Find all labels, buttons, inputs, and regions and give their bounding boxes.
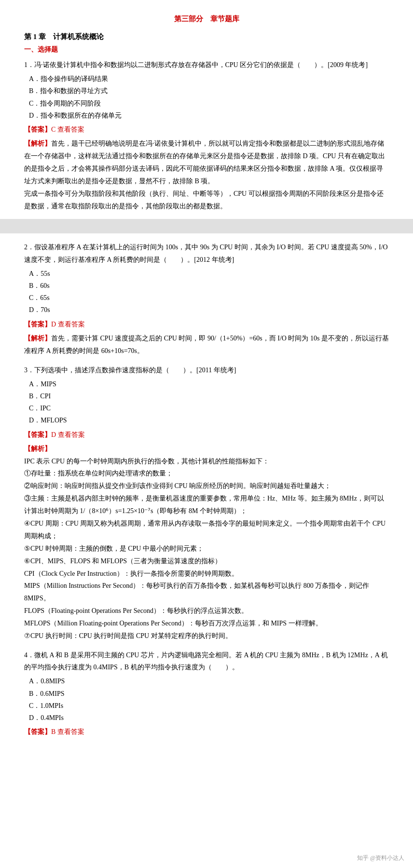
q3-option-d: D．MFLOPS xyxy=(29,414,389,426)
q3-exp-part-9: FLOPS（Floating-point Operations Per Seco… xyxy=(24,605,389,617)
q3-option-c: C．IPC xyxy=(29,402,389,414)
q4-option-d: D．0.4MPIs xyxy=(29,712,389,724)
q3-option-a: A．MIPS xyxy=(29,378,389,390)
q1-text: 1．冯·诺依曼计算机中指令和数据均以二进制形式存放在存储器中，CPU 区分它们的… xyxy=(24,59,389,71)
question-4: 4．微机 A 和 B 是采用不同主频的 CPU 芯片，片内逻辑电路完全相同。若 … xyxy=(24,649,389,738)
part-title: 第三部分 章节题库 xyxy=(174,15,239,23)
q3-exp-part-1: ①存吐量：指系统在单位时间内处理请求的数量； xyxy=(24,467,389,480)
q1-explanation: 【解析】首先，题干已经明确地说明是在冯·诺依曼计算机中，所以就可以肯定指令和数据… xyxy=(24,137,389,212)
q1-option-a: A．指令操作码的译码结果 xyxy=(29,73,389,85)
q4-option-a: A．0.8MIPS xyxy=(29,675,389,687)
question-2: 2．假设基准程序 A 在某计算机上的运行时间为 100s，其中 90s 为 CP… xyxy=(24,241,389,357)
q3-exp-part-0: IPC 表示 CPU 的每一个时钟周期内所执行的指令数，其他计算机的性能指标如下… xyxy=(24,455,389,468)
q2-option-d: D．70s xyxy=(29,304,389,316)
chapter-title: 第 1 章 计算机系统概论 xyxy=(24,32,389,41)
q1-option-d: D．指令和数据所在的存储单元 xyxy=(29,109,389,122)
q3-exp-part-11: ⑦CPU 执行时间：CPU 执行时间是指 CPU 对某特定程序的执行时间。 xyxy=(24,630,389,642)
q3-exp-part-6: ⑥CPI、MIPS、FLOPS 和 MFLOPS（三者为衡量运算速度的指标） xyxy=(24,555,389,568)
q3-explanation: 【解析】 IPC 表示 CPU 的每一个时钟周期内所执行的指令数，其他计算机的性… xyxy=(24,443,389,642)
question-3: 3．下列选项中，描述浮点数操作速度指标的是（ ）。[2011 年统考] A．MI… xyxy=(24,364,389,642)
q2-explanation: 【解析】首先，需要计算 CPU 速度提高之后的 CPU 时间，即 90/（1+5… xyxy=(24,332,389,357)
section-title: 一、选择题 xyxy=(24,45,389,54)
q1-option-c: C．指令周期的不同阶段 xyxy=(29,97,389,109)
section-divider-1 xyxy=(0,219,413,233)
q1-option-b: B．指令和数据的寻址方式 xyxy=(29,85,389,97)
q4-text: 4．微机 A 和 B 是采用不同主频的 CPU 芯片，片内逻辑电路完全相同。若 … xyxy=(24,649,389,673)
question-1: 1．冯·诺依曼计算机中指令和数据均以二进制形式存放在存储器中，CPU 区分它们的… xyxy=(24,59,389,212)
q3-answer[interactable]: 【答案】D 查看答案 xyxy=(24,429,389,441)
q2-text: 2．假设基准程序 A 在某计算机上的运行时间为 100s，其中 90s 为 CP… xyxy=(24,241,389,265)
q3-exp-part-2: ②响应时间：响应时间指从提交作业到该作业得到 CPU 响应所经历的时间。响应时间… xyxy=(24,480,389,492)
q3-exp-part-5: ⑤CPU 时钟周期：主频的倒数，是 CPU 中最小的时间元素； xyxy=(24,542,389,555)
q2-answer[interactable]: 【答案】D 查看答案 xyxy=(24,318,389,330)
page: 第三部分 章节题库 第 1 章 计算机系统概论 一、选择题 1．冯·诺依曼计算机… xyxy=(0,0,413,868)
q2-option-a: A．55s xyxy=(29,268,389,280)
q3-exp-part-8: MIPS（Million Instructions Per Second）：每秒… xyxy=(24,580,389,605)
q3-exp-part-10: MFLOPS（Million Floating-point Operations… xyxy=(24,617,389,630)
q3-option-b: B．CPI xyxy=(29,390,389,402)
q1-answer[interactable]: 【答案】C 查看答案 xyxy=(24,123,389,136)
q3-exp-part-7: CPI（Clock Cycle Per Instruction）：执行一条指令所… xyxy=(24,568,389,580)
q2-option-c: C．65s xyxy=(29,292,389,304)
watermark: 知乎 @资料小达人 xyxy=(357,854,404,862)
q2-option-b: B．60s xyxy=(29,280,389,292)
part-header: 第三部分 章节题库 xyxy=(24,14,389,24)
q4-option-b: B．0.6MIPS xyxy=(29,688,389,700)
q3-text: 3．下列选项中，描述浮点数操作速度指标的是（ ）。[2011 年统考] xyxy=(24,364,389,376)
q3-exp-part-4: ④CPU 周期：CPU 周期又称为机器周期，通常用从内存读取一条指令字的最短时间… xyxy=(24,517,389,542)
q4-option-c: C．1.0MPIs xyxy=(29,700,389,712)
q4-answer[interactable]: 【答案】B 查看答案 xyxy=(24,726,389,738)
q3-exp-part-3: ③主频：主频是机器内部主时钟的频率，是衡量机器速度的重要参数，常用单位：Hz、M… xyxy=(24,492,389,517)
